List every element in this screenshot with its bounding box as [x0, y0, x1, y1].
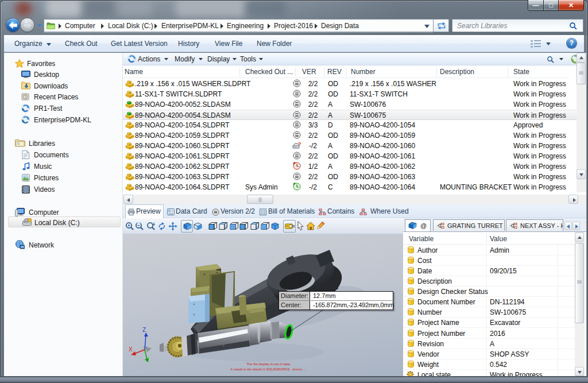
svg-text:?: ?	[298, 141, 301, 147]
svg-text:X: X	[129, 346, 133, 353]
svg-text:Z: Z	[142, 327, 146, 333]
